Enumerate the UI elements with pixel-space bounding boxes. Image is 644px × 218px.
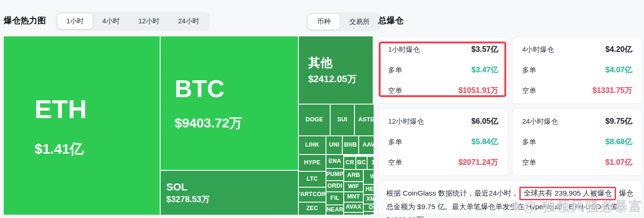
tile-symbol: AAVE <box>362 142 374 148</box>
treemap-tile-ORDI[interactable]: ORDI <box>326 181 343 191</box>
tile-symbol: LDO <box>367 214 374 215</box>
treemap-tile-HYPE[interactable]: HYPE <box>299 155 326 171</box>
tile-symbol: HEMI <box>365 186 374 193</box>
treemap-tile-OP[interactable]: OP <box>364 204 374 211</box>
treemap-tile-XMR[interactable]: XMR <box>364 195 374 204</box>
treemap-tile-W[interactable]: W <box>364 170 374 184</box>
tile-symbol: SOL <box>166 182 298 193</box>
tab-time-4小时[interactable]: 4小时 <box>93 14 128 29</box>
card-row: 空单$1331.75万 <box>522 85 632 96</box>
tile-value: $3278.53万 <box>166 195 298 204</box>
card-title: 4小时爆仓 <box>522 45 554 54</box>
tab-view-币种[interactable]: 币种 <box>308 14 340 29</box>
tile-symbol: CR <box>346 160 354 166</box>
view-mode-tab-group: 币种交易所 <box>306 12 381 31</box>
card-total-value: $9.75亿 <box>605 116 632 127</box>
tile-symbol: DOGE <box>305 117 323 123</box>
card-short-value: $2071.24万 <box>459 157 498 168</box>
tile-symbol: LTC <box>307 176 318 183</box>
treemap-tile-ARB[interactable]: ARB <box>344 170 363 181</box>
tile-symbol: UNI <box>329 142 339 148</box>
tile-symbol: ENA <box>329 158 341 165</box>
treemap-tile-HEMI[interactable]: HEMI <box>364 185 374 194</box>
card-title: 12小时爆仓 <box>388 117 424 126</box>
tab-view-交易所[interactable]: 交易所 <box>340 14 379 29</box>
card-long-value: $4.07亿 <box>605 65 632 75</box>
treemap-tile-AAVE[interactable]: AAVE <box>359 136 374 154</box>
treemap-tile-BTC[interactable]: BTC$9403.72万 <box>161 36 298 170</box>
tile-value: $9403.72万 <box>175 116 298 131</box>
card-row: 4小时爆仓$4.20亿 <box>522 44 632 55</box>
tab-time-1小时[interactable]: 1小时 <box>57 14 92 29</box>
liquidation-card-1小时爆仓: 1小时爆仓$3.57亿多单$3.47亿空单$1051.91万 <box>378 36 508 104</box>
liquidation-heatmap-dashboard: 爆仓热力图 1小时4小时12小时24小时 币种交易所 总爆仓 ETH$1.41亿… <box>0 0 644 218</box>
treemap-tile-XPL[interactable]: XPL <box>344 213 363 215</box>
card-title: 1小时爆仓 <box>388 45 420 54</box>
tile-symbol: HYPE <box>304 160 320 166</box>
treemap-tile-CR[interactable]: CR <box>344 157 355 169</box>
tile-symbol: AVAX <box>346 204 361 211</box>
card-row: 空单$1051.91万 <box>388 85 498 96</box>
card-long-value: $5.84亿 <box>471 137 498 147</box>
card-short-label: 空单 <box>388 158 402 167</box>
tile-symbol: LINK <box>305 142 319 148</box>
card-row: 空单$1.07亿 <box>522 157 632 168</box>
card-row: 多单$5.84亿 <box>388 137 498 147</box>
card-row: 1小时爆仓$3.57亿 <box>388 44 498 55</box>
card-row: 多单$4.07亿 <box>522 65 632 75</box>
card-total-value: $6.05亿 <box>471 116 498 127</box>
card-row: 空单$2071.24万 <box>388 157 498 168</box>
tile-symbol: ARB <box>347 172 360 179</box>
treemap-tile-LDO[interactable]: LDO <box>364 212 374 215</box>
treemap-tile-WIF[interactable]: WIF <box>344 182 363 191</box>
treemap-tile-ETH[interactable]: ETH$1.41亿 <box>4 36 160 215</box>
treemap-tile-PUMP[interactable]: PUMP <box>326 169 343 180</box>
treemap-tile-LINK[interactable]: LINK <box>299 136 326 154</box>
tile-symbol: ORDI <box>327 183 342 190</box>
card-short-label: 空单 <box>522 158 536 167</box>
tile-symbol: NEAR <box>326 207 343 213</box>
tile-symbol: BC <box>357 160 366 166</box>
treemap-tile-FIL[interactable]: FIL <box>326 192 343 204</box>
treemap-tile-BNB[interactable]: BNB <box>343 136 358 154</box>
time-range-tab-group: 1小时4小时12小时24小时 <box>56 12 210 31</box>
liquidation-card-4小时爆仓: 4小时爆仓$4.20亿多单$4.07亿空单$1331.75万 <box>512 36 642 104</box>
treemap-tile-FARTCOIN[interactable]: FARTCOIN <box>299 188 326 202</box>
summary-note: 根据 CoinGlass 数据统计，最近24小时，全球共有 239,905 人被… <box>378 180 642 215</box>
page-title: 爆仓热力图 <box>4 15 46 26</box>
treemap-tile-LTC[interactable]: LTC <box>299 172 326 187</box>
card-short-value: $1331.75万 <box>593 85 632 96</box>
card-short-value: $1051.91万 <box>459 85 498 96</box>
treemap-tile-ZEC[interactable]: ZEC <box>299 203 326 215</box>
treemap-tile-NEAR[interactable]: NEAR <box>326 205 343 215</box>
total-liquidation-title: 总爆仓 <box>378 15 403 26</box>
tile-symbol: ETH <box>35 95 160 124</box>
summary-text-before: 根据 CoinGlass 数据统计，最近24小时， <box>386 189 518 197</box>
card-total-value: $4.20亿 <box>605 44 632 55</box>
summary-highlight-annotation: 全球共有 239,905 人被爆仓 <box>519 187 616 200</box>
treemap-tile-其他[interactable]: 其他$2412.05万 <box>299 36 373 104</box>
treemap-tile-AVAX[interactable]: AVAX <box>344 203 363 212</box>
treemap-tile-ASTER[interactable]: ASTER <box>355 105 374 135</box>
card-title: 24小时爆仓 <box>522 117 558 126</box>
card-long-value: $8.68亿 <box>605 137 632 147</box>
card-long-label: 多单 <box>522 138 536 147</box>
tab-time-24小时[interactable]: 24小时 <box>169 14 208 29</box>
tile-symbol: FARTCOIN <box>299 191 326 198</box>
treemap-tile-10[interactable]: 10 <box>368 157 374 169</box>
tile-symbol: BNB <box>344 142 357 148</box>
card-long-label: 多单 <box>388 138 402 147</box>
treemap-tile-SOL[interactable]: SOL$3278.53万 <box>161 171 298 215</box>
tile-symbol: W <box>370 174 374 180</box>
treemap-tile-UNI[interactable]: UNI <box>326 136 342 154</box>
tab-time-12小时[interactable]: 12小时 <box>129 14 168 29</box>
card-short-value: $1.07亿 <box>605 157 632 168</box>
liquidation-card-24小时爆仓: 24小时爆仓$9.75亿多单$8.68亿空单$1.07亿 <box>512 108 642 176</box>
treemap-tile-MNT[interactable]: MNT <box>344 192 363 202</box>
tile-symbol: FIL <box>330 195 339 202</box>
treemap-tile-SUI[interactable]: SUI <box>331 105 354 135</box>
treemap-tile-ENA[interactable]: ENA <box>326 155 343 168</box>
treemap-tile-BC[interactable]: BC <box>356 157 367 169</box>
tile-symbol: 其他 <box>308 56 373 70</box>
treemap-tile-DOGE[interactable]: DOGE <box>299 105 330 135</box>
